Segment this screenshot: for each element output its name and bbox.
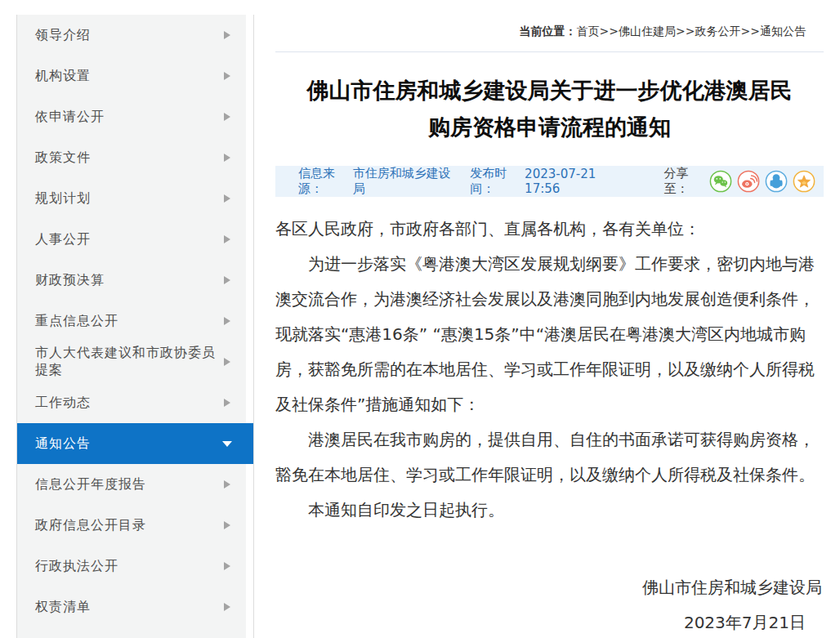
article-paragraph: 各区人民政府，市政府各部门、直属各机构，各有关单位： — [275, 212, 824, 247]
breadcrumb: 当前位置：首页>>佛山住建局>>政务公开>>通知公告 — [275, 0, 824, 52]
article-paragraph: 港澳居民在我市购房的，提供自用、自住的书面承诺可获得购房资格，豁免在本地居住、学… — [275, 422, 824, 493]
sidebar-item-label: 人事公开 — [35, 231, 91, 248]
sidebar-item-label: 领导介绍 — [35, 27, 91, 44]
chevron-right-icon — [224, 521, 230, 529]
breadcrumb-label: 当前位置： — [520, 25, 577, 38]
sidebar-item-0[interactable]: 领导介绍 — [17, 15, 253, 56]
sidebar-item-label: 规划计划 — [35, 190, 91, 207]
signature-agency: 佛山市住房和城乡建设局 — [275, 570, 824, 605]
chevron-right-icon — [224, 235, 230, 243]
sidebar-item-4[interactable]: 规划计划 — [17, 178, 253, 219]
sidebar-menu: 领导介绍 机构设置 依申请公开 政策文件 规划计划 人事公开 财政预决算 重点信… — [17, 15, 253, 627]
sidebar-item-3[interactable]: 政策文件 — [17, 137, 253, 178]
publish-time-label: 发布时间： — [470, 166, 525, 197]
signature-block: 佛山市住房和城乡建设局 2023年7月21日 — [275, 570, 824, 638]
sidebar-item-9[interactable]: 工作动态 — [17, 382, 253, 423]
chevron-right-icon — [224, 317, 230, 325]
sidebar-item-label: 依申请公开 — [35, 109, 105, 126]
sidebar-item-10[interactable]: 通知公告 — [17, 423, 253, 464]
article-paragraph: 本通知自印发之日起执行。 — [275, 493, 824, 528]
chevron-down-icon — [222, 441, 232, 447]
sidebar-item-11[interactable]: 信息公开年度报告 — [17, 464, 253, 505]
sidebar-item-label: 工作动态 — [35, 395, 91, 412]
sidebar-item-8[interactable]: 市人大代表建议和市政协委员提案 — [17, 341, 253, 382]
sidebar-item-label: 机构设置 — [35, 68, 91, 85]
article-body: 各区人民政府，市政府各部门、直属各机构，各有关单位：为进一步落实《粤港澳大湾区发… — [275, 212, 824, 528]
chevron-right-icon — [224, 399, 230, 407]
sidebar-item-1[interactable]: 机构设置 — [17, 56, 253, 96]
wechat-share-icon[interactable] — [709, 170, 732, 193]
sidebar-item-12[interactable]: 政府信息公开目录 — [17, 505, 253, 546]
sidebar-item-label: 权责清单 — [35, 599, 91, 616]
page-title: 佛山市住房和城乡建设局关于进一步优化港澳居民 购房资格申请流程的通知 — [275, 72, 824, 145]
sidebar-item-label: 通知公告 — [35, 435, 91, 453]
publish-time-value: 2023-07-21 17:56 — [525, 167, 623, 196]
sidebar-item-14[interactable]: 权责清单 — [17, 587, 253, 627]
chevron-right-icon — [224, 113, 230, 121]
source-label: 信息来源： — [298, 166, 353, 197]
sidebar-item-7[interactable]: 重点信息公开 — [17, 301, 253, 341]
chevron-right-icon — [224, 480, 230, 489]
chevron-right-icon — [224, 603, 230, 611]
share-icons — [709, 170, 815, 193]
sidebar-item-label: 财政预决算 — [35, 272, 105, 289]
article-paragraph: 为进一步落实《粤港澳大湾区发展规划纲要》工作要求，密切内地与港澳交流合作，为港澳… — [275, 247, 824, 422]
sidebar-item-5[interactable]: 人事公开 — [17, 219, 253, 260]
source-value: 市住房和城乡建设局 — [353, 166, 451, 197]
sidebar-item-label: 行政执法公开 — [35, 558, 118, 575]
chevron-right-icon — [224, 31, 230, 39]
sidebar-item-label: 信息公开年度报告 — [35, 476, 146, 493]
signature-date: 2023年7月21日 — [275, 605, 824, 638]
sidebar: 领导介绍 机构设置 依申请公开 政策文件 规划计划 人事公开 财政预决算 重点信… — [16, 15, 254, 638]
chevron-right-icon — [224, 194, 230, 203]
chevron-right-icon — [224, 562, 230, 570]
chevron-right-icon — [224, 154, 230, 162]
sidebar-item-13[interactable]: 行政执法公开 — [17, 546, 253, 587]
chevron-right-icon — [224, 358, 230, 366]
page-title-line1: 佛山市住房和城乡建设局关于进一步优化港澳居民 — [275, 72, 824, 109]
weibo-share-icon[interactable] — [737, 170, 760, 193]
chevron-right-icon — [224, 276, 230, 284]
main-content: 当前位置：首页>>佛山住建局>>政务公开>>通知公告 佛山市住房和城乡建设局关于… — [275, 0, 824, 638]
share-label: 分享至： — [664, 166, 708, 197]
sidebar-item-6[interactable]: 财政预决算 — [17, 260, 253, 301]
breadcrumb-path[interactable]: 首页>>佛山住建局>>政务公开>>通知公告 — [577, 25, 806, 38]
qq-share-icon[interactable] — [765, 170, 788, 193]
sidebar-item-label: 市人大代表建议和市政协委员提案 — [35, 345, 224, 379]
sidebar-item-label: 重点信息公开 — [35, 313, 118, 330]
chevron-right-icon — [224, 72, 230, 80]
star-favorite-share-icon[interactable] — [793, 170, 815, 193]
sidebar-item-label: 政策文件 — [35, 149, 91, 167]
page-title-line2: 购房资格申请流程的通知 — [275, 109, 824, 145]
sidebar-item-label: 政府信息公开目录 — [35, 517, 146, 534]
article-meta-bar: 信息来源： 市住房和城乡建设局 发布时间： 2023-07-21 17:56 分… — [275, 166, 824, 197]
sidebar-item-2[interactable]: 依申请公开 — [17, 96, 253, 137]
